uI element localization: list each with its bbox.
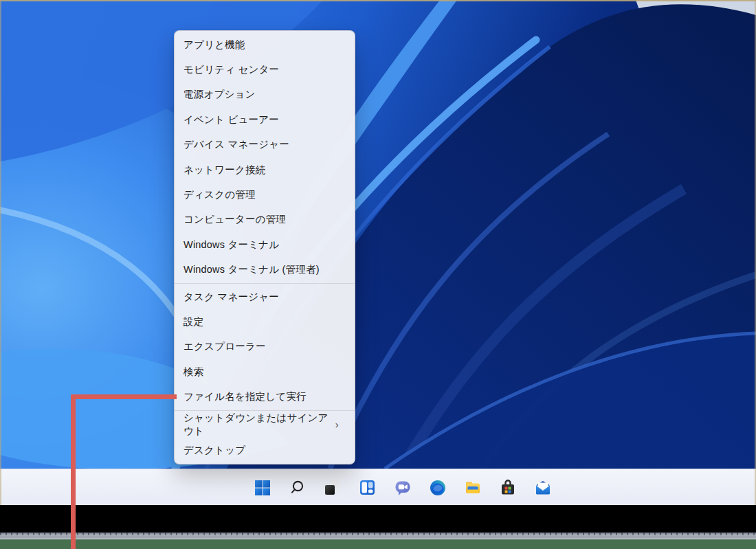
task-view-icon [324,479,341,496]
menu-separator [175,410,355,411]
taskbar-search-button[interactable] [283,473,311,502]
menu-item-label: イベント ビューアー [184,113,279,126]
taskbar-widgets-button[interactable] [353,473,381,502]
start-icon [254,479,271,497]
menu-item-label: Windows ターミナル (管理者) [184,263,320,276]
file-explorer-icon [464,479,482,497]
menu-item-disk-management[interactable]: ディスクの管理 [175,182,355,207]
menu-item-run[interactable]: ファイル名を指定して実行 [175,384,355,409]
chat-icon [394,479,412,497]
menu-item-label: コンピューターの管理 [184,213,286,226]
windows-11-desktop: アプリと機能 モビリティ センター 電源オプション イベント ビューアー デバイ… [0,0,756,549]
taskbar-file-explorer-button[interactable] [458,473,487,502]
black-letterbox-band [0,505,756,533]
menu-item-label: 電源オプション [184,88,256,101]
menu-item-windows-terminal-admin[interactable]: Windows ターミナル (管理者) [175,258,355,282]
menu-item-label: エクスプローラー [184,340,266,353]
menu-item-shutdown-or-signout[interactable]: シャットダウンまたはサインアウト › [175,412,355,438]
taskbar-store-button[interactable] [493,473,522,502]
menu-item-mobility-center[interactable]: モビリティ センター [175,57,355,82]
menu-item-label: デスクトップ [184,444,245,457]
menu-item-windows-terminal[interactable]: Windows ターミナル [175,232,355,257]
menu-item-label: Windows ターミナル [184,238,279,251]
menu-item-label: タスク マネージャー [184,291,279,304]
taskbar-mail-button[interactable] [529,473,557,502]
callout-line-horizontal [71,394,177,399]
menu-item-label: 検索 [184,366,203,379]
menu-item-label: ディスクの管理 [184,188,256,201]
menu-item-label: ファイル名を指定して実行 [184,390,307,403]
callout-line-vertical [71,394,76,549]
page-background-band [0,539,756,549]
menu-item-apps-and-features[interactable]: アプリと機能 [175,32,355,57]
gray-frame-band [0,533,756,539]
menu-item-label: 設定 [184,315,203,328]
menu-item-label: アプリと機能 [184,38,245,52]
menu-item-label: シャットダウンまたはサインアウト [184,412,335,438]
taskbar-icon-group [248,469,557,506]
mail-icon [534,479,552,497]
widgets-icon [359,479,376,496]
menu-item-device-manager[interactable]: デバイス マネージャー [175,133,355,157]
menu-item-computer-management[interactable]: コンピューターの管理 [175,208,355,232]
menu-item-label: モビリティ センター [184,63,279,76]
taskbar-chat-button[interactable] [388,473,416,502]
menu-item-settings[interactable]: 設定 [175,309,355,334]
menu-item-network-connections[interactable]: ネットワーク接続 [175,157,355,182]
menu-item-power-options[interactable]: 電源オプション [175,82,355,107]
submenu-chevron-icon: › [335,419,339,429]
taskbar [0,469,756,505]
menu-item-desktop[interactable]: デスクトップ [175,438,355,462]
winx-quick-link-menu: アプリと機能 モビリティ センター 電源オプション イベント ビューアー デバイ… [174,30,355,464]
menu-item-event-viewer[interactable]: イベント ビューアー [175,107,355,132]
microsoft-store-icon [499,479,517,497]
menu-item-label: ネットワーク接続 [184,164,265,177]
menu-separator [175,283,355,284]
menu-item-task-manager[interactable]: タスク マネージャー [175,284,355,309]
taskbar-task-view-button[interactable] [318,473,346,502]
screenshot-border-left [0,0,1,505]
search-icon [289,480,306,496]
microsoft-edge-icon [429,479,447,497]
taskbar-edge-button[interactable] [423,473,452,502]
menu-item-label: デバイス マネージャー [184,138,289,151]
menu-item-search[interactable]: 検索 [175,359,355,384]
taskbar-start-button[interactable] [248,473,276,502]
menu-item-file-explorer[interactable]: エクスプローラー [175,335,355,359]
screenshot-border-top [0,0,756,1]
